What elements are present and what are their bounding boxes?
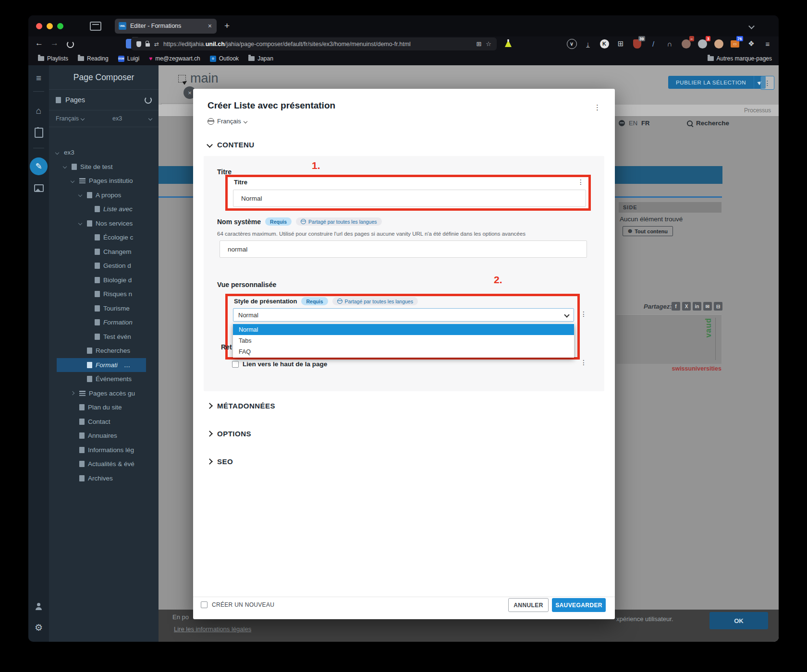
tree-item--cologie-c[interactable]: Écologie c (49, 230, 159, 245)
tab-close-icon[interactable]: × (207, 22, 213, 30)
permissions-icon[interactable]: ⇄ (154, 41, 159, 48)
screen-time-icon[interactable]: ▭76 (729, 37, 741, 50)
bookmark-item[interactable]: DSMLuigi (118, 55, 139, 62)
tree-item-site-de-test[interactable]: Site de test (49, 160, 159, 174)
tree-item-annuaires[interactable]: Annuaires (49, 429, 159, 443)
ublock-shield-icon[interactable]: 39 (631, 37, 643, 50)
section-metadonnees[interactable]: MÉTADONNÉES (208, 402, 275, 410)
tree-item-pages-acc-s-gu[interactable]: Pages accès gu (49, 386, 159, 401)
settings-gear-icon[interactable]: ⚙ (28, 622, 49, 633)
tree-item-contact[interactable]: Contact (49, 415, 159, 429)
style-field-kebab-icon[interactable]: ⋮ (580, 310, 587, 318)
style-presentation-select[interactable]: Normal (233, 308, 574, 322)
arc-icon[interactable]: ∩ (663, 37, 676, 50)
tree-item-formation[interactable]: Formation (49, 315, 159, 330)
chevron-down-icon[interactable] (77, 222, 84, 225)
more-options-icon[interactable]: … (124, 361, 131, 369)
bookmark-item[interactable]: OOutlook (210, 55, 239, 62)
back-button[interactable]: ← (35, 38, 43, 48)
clipboard-icon[interactable] (28, 128, 49, 138)
section-contenu[interactable]: CONTENU (208, 141, 255, 149)
page-composer-active-icon[interactable]: ✎ (28, 157, 49, 175)
dropdown-option-tabs[interactable]: Tabs (233, 335, 574, 346)
chevron-right-icon[interactable] (69, 392, 76, 395)
user-profile-icon[interactable] (28, 603, 49, 610)
tree-item-recherches[interactable]: Recherches (49, 344, 159, 358)
notifications-icon[interactable]: 3 (696, 37, 709, 50)
pocket-icon[interactable]: ∨ (565, 37, 578, 50)
hamburger-menu-icon[interactable]: ≡ (28, 73, 49, 84)
profile-blocked-icon[interactable]: − (680, 37, 692, 50)
flask-extension-icon[interactable] (505, 39, 512, 47)
section-seo[interactable]: SEO (208, 457, 233, 466)
puzzle-icon[interactable]: ❖ (745, 37, 758, 50)
url-bar[interactable]: ⇄ https://editjahia.unil.ch/jahia/page-c… (131, 37, 497, 50)
cookie-ok-button[interactable]: OK (709, 612, 768, 629)
create-new-checkbox[interactable] (201, 601, 208, 608)
publish-selection-button[interactable]: PUBLIER LA SÉLECTION (668, 76, 766, 89)
chevron-down-icon[interactable] (54, 151, 61, 154)
section-options[interactable]: OPTIONS (208, 430, 251, 438)
tree-item-formati[interactable]: Formati… (57, 358, 146, 372)
tree-item-informations-l-g[interactable]: Informations lég (49, 443, 159, 457)
site-search[interactable]: Recherche (687, 120, 729, 127)
x-icon[interactable]: X (682, 302, 691, 311)
dropdown-option-normal[interactable]: Normal (233, 324, 574, 335)
dialog-more-options-icon[interactable]: ⋮ (594, 103, 601, 112)
bookmark-item[interactable]: Japan (248, 55, 273, 62)
lien-haut-checkbox[interactable] (232, 361, 239, 368)
media-library-icon[interactable] (28, 184, 49, 192)
bookmark-star-icon[interactable]: ☆ (486, 40, 491, 48)
tab-list-chevron-icon[interactable] (749, 22, 754, 30)
chevron-down-icon[interactable] (69, 180, 76, 182)
container-tab-icon[interactable]: ⊞ (476, 40, 481, 48)
tree-item-a-propos[interactable]: A propos (49, 188, 159, 203)
chevron-down-icon[interactable] (61, 165, 68, 168)
lang-fr-link[interactable]: FR (641, 120, 649, 127)
linkedin-icon[interactable]: in (693, 302, 701, 311)
tree-item-archives[interactable]: Archives (49, 471, 159, 486)
extensions-grid-icon[interactable]: ⊞ (614, 37, 627, 50)
tree-item-risques-n[interactable]: Risques n (49, 287, 159, 301)
other-bookmarks-folder[interactable]: Autres marque-pages (708, 55, 772, 62)
tree-item-test-v-n[interactable]: Test évén (49, 330, 159, 344)
publish-more-options-button[interactable]: ⋮ (760, 76, 774, 90)
menu-icon[interactable]: ≡ (761, 37, 774, 50)
tree-item-pages-institutio[interactable]: Pages institutio (49, 174, 159, 188)
tree-item-nos-services[interactable]: Nos services (49, 216, 159, 231)
forward-button[interactable]: → (50, 38, 59, 48)
chevron-down-icon[interactable] (77, 193, 84, 196)
reload-button[interactable] (67, 41, 74, 48)
download-icon[interactable]: ↓ (582, 37, 594, 50)
kagi-icon[interactable]: K (598, 37, 611, 50)
account-avatar-icon[interactable] (712, 37, 725, 50)
tree-item-changem[interactable]: Changem (49, 245, 159, 259)
new-tab-button[interactable]: + (224, 21, 230, 31)
nom-systeme-input[interactable]: normal (220, 240, 587, 258)
titre-field-kebab-icon[interactable]: ⋮ (577, 178, 584, 186)
home-icon[interactable]: ⌂ (28, 106, 49, 116)
bookmark-item[interactable]: Reading (78, 55, 109, 62)
tab-overview-icon[interactable] (90, 22, 101, 31)
cancel-button[interactable]: ANNULER (508, 598, 549, 612)
tree-item--v-nements[interactable]: Événements (49, 372, 159, 386)
close-window-button[interactable] (36, 23, 42, 29)
dropdown-option-faq[interactable]: FAQ (233, 346, 574, 357)
tree-item-gestion-d[interactable]: Gestion d (49, 259, 159, 273)
tree-item-plan-du-site[interactable]: Plan du site (49, 400, 159, 415)
bookmark-item[interactable]: ♥me@zegwaart.ch (149, 55, 200, 62)
site-select[interactable]: ex3 (112, 115, 122, 122)
language-select[interactable]: Français (56, 115, 79, 122)
email-icon[interactable]: ✉ (703, 302, 712, 311)
facebook-icon[interactable]: f (672, 302, 680, 311)
titre-input[interactable]: Normal (233, 190, 586, 207)
bookmark-item[interactable]: Playlists (38, 55, 68, 62)
pen-icon[interactable]: / (647, 37, 660, 50)
print-icon[interactable]: ⊟ (714, 302, 722, 311)
lang-en-link[interactable]: EN (629, 120, 637, 127)
tree-item-biologie-d[interactable]: Biologie d (49, 273, 159, 288)
refresh-icon[interactable] (145, 96, 152, 104)
browser-tab[interactable]: UNIL Editer - Formations × (115, 19, 217, 34)
processus-label[interactable]: Processus (744, 107, 771, 114)
tout-contenu-button[interactable]: ⊕ Tout contenu (623, 226, 673, 236)
